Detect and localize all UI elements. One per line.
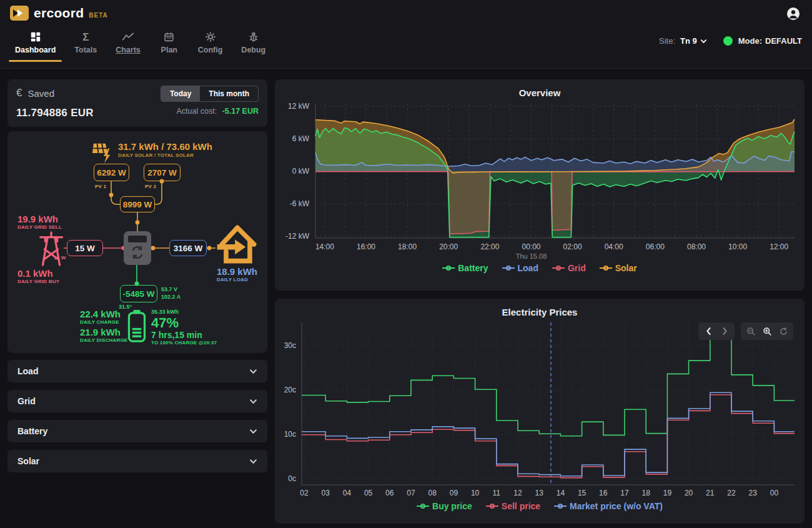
overview-title: Overview	[275, 79, 805, 98]
pan-left-icon[interactable]	[701, 324, 716, 338]
accordion-grid[interactable]: Grid	[7, 390, 267, 412]
accordion-load[interactable]: Load	[7, 360, 267, 382]
prices-legend: Buy price Sell price Market price (w/o V…	[275, 501, 805, 511]
svg-text:09: 09	[450, 489, 458, 497]
energy-flow-panel: 31.7 kWh / 73.60 kWh DAILY SOLAR / TOTAL…	[7, 131, 267, 353]
svg-text:06: 06	[385, 489, 394, 497]
main-nav: Dashboard Σ Totals Charts Plan Config De…	[9, 27, 272, 62]
legend-buy-price[interactable]: Buy price	[417, 501, 472, 511]
legend-grid[interactable]: Grid	[552, 263, 586, 273]
prices-toolbar	[698, 322, 793, 340]
sigma-icon: Σ	[82, 31, 89, 42]
battery-soc: 47%	[151, 315, 179, 331]
svg-text:16: 16	[599, 489, 608, 497]
reset-zoom-icon[interactable]	[776, 324, 791, 338]
solar-caption: DAILY SOLAR / TOTAL SOLAR	[118, 152, 194, 158]
pv1-label: PV 1	[95, 184, 106, 189]
actual-cost: Actual cost: -5.17 EUR	[177, 107, 259, 116]
battery-daily-discharge: 21.9 kWh	[80, 327, 121, 337]
inverter-display	[128, 236, 147, 242]
legend-battery[interactable]: Battery	[442, 263, 488, 273]
pv1-power-box: 6292 W	[94, 164, 129, 181]
toggle-today-button[interactable]: Today	[161, 86, 200, 101]
prices-title: Electricity Prices	[275, 299, 805, 317]
accordion-battery[interactable]: Battery	[7, 420, 267, 442]
svg-text:10: 10	[471, 489, 480, 497]
svg-text:0 kW: 0 kW	[292, 167, 310, 176]
tab-debug[interactable]: Debug	[235, 27, 272, 62]
legend-load[interactable]: Load	[502, 263, 538, 273]
chevron-down-icon	[249, 429, 257, 434]
svg-text:08: 08	[428, 489, 437, 497]
site-selector[interactable]: Tn 9	[680, 36, 707, 46]
svg-text:00: 00	[770, 489, 779, 497]
svg-text:03: 03	[322, 489, 330, 497]
tab-dashboard[interactable]: Dashboard	[9, 27, 62, 62]
logo: ercoord BETA	[10, 6, 108, 21]
legend-sell-price[interactable]: Sell price	[486, 501, 540, 511]
svg-text:10:00: 10:00	[728, 242, 747, 251]
battery-time-caption: TO 100% CHARGE @20:37	[151, 340, 217, 346]
grid-sell-caption: DAILY GRID SELL	[17, 224, 62, 230]
battery-current: 102.2 A	[161, 294, 181, 300]
svg-text:08:00: 08:00	[687, 242, 706, 251]
calendar-icon	[164, 31, 174, 42]
user-avatar-icon[interactable]	[786, 6, 801, 21]
chevron-down-icon	[249, 369, 257, 374]
accordion-solar[interactable]: Solar	[7, 450, 267, 472]
svg-text:12:00: 12:00	[770, 242, 788, 251]
mode-label: Mode:	[738, 36, 762, 46]
load-power-box: 3166 W	[169, 240, 207, 256]
pv2-label: PV 2	[145, 184, 156, 189]
site-mode-bar: Site: Tn 9 Mode: DEFAULT	[659, 36, 802, 46]
zoom-out-icon[interactable]	[743, 324, 758, 338]
svg-text:12: 12	[513, 489, 522, 497]
svg-text:13: 13	[535, 489, 544, 497]
zoom-in-icon[interactable]	[760, 324, 775, 338]
svg-text:22: 22	[727, 489, 736, 497]
pan-right-icon[interactable]	[717, 324, 732, 338]
svg-text:05: 05	[364, 489, 373, 497]
svg-text:30c: 30c	[284, 341, 296, 350]
legend-market-price[interactable]: Market price (w/o VAT)	[554, 501, 663, 511]
svg-text:15: 15	[578, 489, 587, 497]
svg-text:07: 07	[407, 489, 415, 497]
svg-text:10c: 10c	[284, 430, 296, 439]
grid-buy-value: 0.1 kWh	[17, 268, 53, 279]
svg-text:20:00: 20:00	[439, 242, 458, 251]
battery-discharge-caption: DAILY DISCHARGE	[80, 337, 127, 343]
solar-panel-icon	[91, 141, 115, 164]
battery-power-box: -5485 W	[120, 285, 157, 302]
tab-config[interactable]: Config	[192, 27, 229, 62]
site-label: Site:	[659, 36, 675, 46]
svg-text:Thu 15.08: Thu 15.08	[516, 252, 547, 260]
chevron-down-icon	[249, 399, 257, 404]
chevron-down-icon	[249, 459, 257, 464]
battery-temp: 31.5°	[119, 304, 132, 310]
tab-charts[interactable]: Charts	[109, 27, 147, 62]
dashboard-icon	[30, 31, 41, 42]
svg-text:23: 23	[749, 489, 758, 497]
house-icon	[215, 221, 259, 268]
battery-capacity: 35.33 kWh	[151, 309, 179, 315]
svg-text:04: 04	[343, 489, 352, 497]
svg-text:20c: 20c	[284, 386, 296, 394]
legend-solar[interactable]: Solar	[600, 263, 637, 273]
toggle-month-button[interactable]: This month	[200, 86, 258, 101]
euro-icon: €	[16, 87, 22, 99]
tab-plan[interactable]: Plan	[153, 27, 186, 62]
tab-totals[interactable]: Σ Totals	[68, 27, 103, 62]
svg-text:21: 21	[706, 489, 715, 497]
battery-daily-charge: 22.4 kWh	[80, 309, 121, 319]
bug-icon	[248, 31, 259, 42]
overview-chart: 12 kW6 kW0 kW-6 kW-12 kW14:0016:0018:002…	[275, 98, 805, 262]
svg-text:16:00: 16:00	[357, 242, 375, 251]
svg-text:6 kW: 6 kW	[292, 134, 310, 143]
logo-icon	[10, 6, 29, 21]
gear-icon	[205, 31, 216, 42]
battery-icon	[127, 310, 146, 342]
mode-value: DEFAULT	[765, 36, 802, 46]
prices-chart-panel: Electricity Prices 0c10c20c30c0203040506…	[275, 299, 805, 524]
chevron-down-icon	[700, 39, 707, 44]
load-caption: DAILY LOAD	[217, 277, 248, 282]
